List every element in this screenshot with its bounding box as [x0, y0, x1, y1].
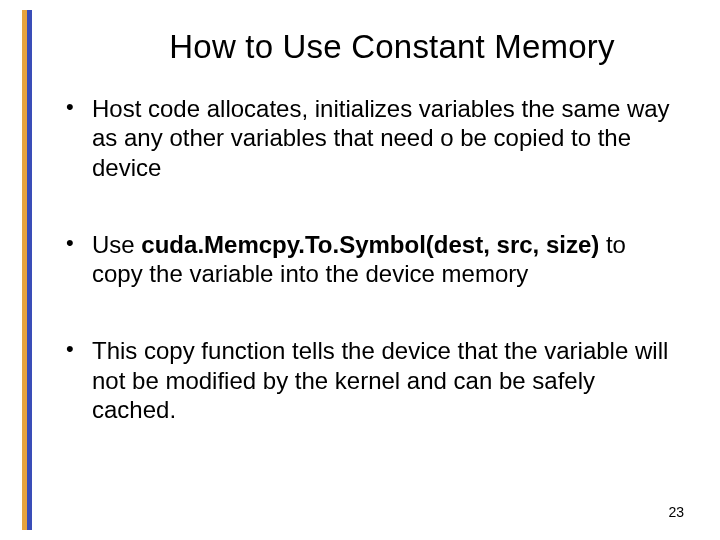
slide-title: How to Use Constant Memory	[104, 28, 680, 66]
bullet-text: Use	[92, 231, 141, 258]
bullet-list: Host code allocates, initializes variabl…	[60, 94, 680, 424]
slide: How to Use Constant Memory Host code all…	[0, 0, 720, 540]
page-number: 23	[668, 504, 684, 520]
bullet-bold: cuda.Memcpy.To.Symbol(dest, src, size)	[141, 231, 599, 258]
list-item: This copy function tells the device that…	[60, 336, 680, 424]
bullet-text: This copy function tells the device that…	[92, 337, 668, 423]
list-item: Host code allocates, initializes variabl…	[60, 94, 680, 182]
bullet-text: Host code allocates, initializes variabl…	[92, 95, 670, 181]
list-item: Use cuda.Memcpy.To.Symbol(dest, src, siz…	[60, 230, 680, 289]
